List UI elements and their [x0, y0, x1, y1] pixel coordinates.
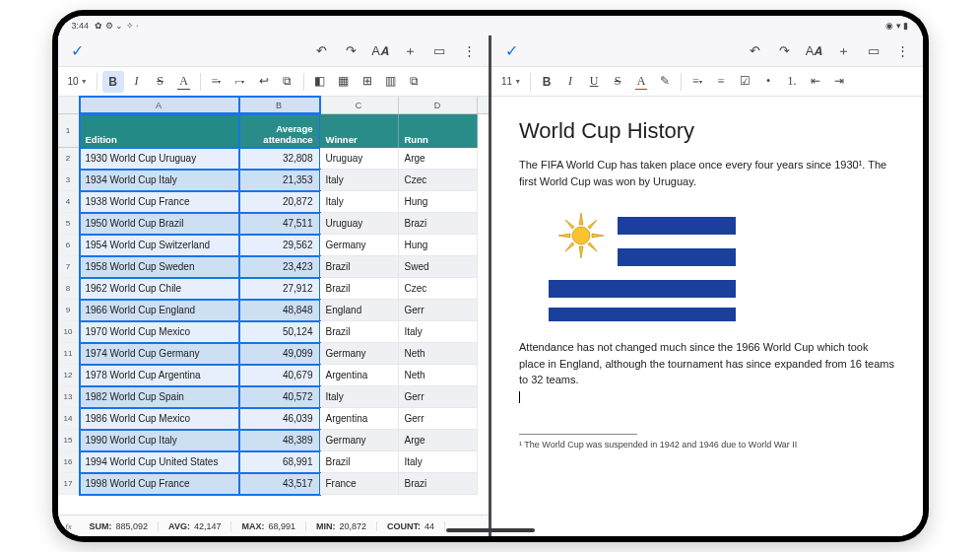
cell-edition[interactable]: 1982 World Cup Spain [80, 386, 239, 408]
numbers-button[interactable]: 1. [781, 71, 803, 93]
document-body[interactable]: World Cup History The FIFA World Cup has… [491, 97, 923, 536]
cell-winner[interactable]: Germany [320, 343, 399, 365]
strike-button[interactable]: S [150, 71, 171, 93]
align-button[interactable]: ≡▾ [686, 71, 708, 93]
select-all-corner[interactable] [58, 97, 80, 113]
font-size-select[interactable]: 11▼ [497, 76, 525, 87]
cell-attendance[interactable]: 50,124 [239, 321, 320, 343]
cell-winner[interactable]: Germany [320, 430, 399, 451]
valign-button[interactable]: ⌐▾ [229, 71, 251, 93]
table-row[interactable]: 131982 World Cup Spain40,572ItalyGerr [58, 386, 490, 408]
cell-winner[interactable]: Argentina [320, 408, 399, 430]
more-button[interactable]: ⋮ [459, 41, 479, 61]
cell-runner[interactable]: Gerr [399, 386, 478, 408]
cell-edition[interactable]: 1994 World Cup United States [80, 451, 239, 473]
checklist-button[interactable]: ☑ [734, 71, 755, 93]
col-D[interactable]: D [399, 97, 478, 113]
header-edition[interactable]: Edition [80, 114, 239, 148]
table-row[interactable]: 91966 World Cup England48,848EnglandGerr [58, 300, 490, 321]
font-button[interactable]: A𝘼 [805, 41, 824, 61]
undo-button[interactable]: ↶ [311, 41, 331, 61]
indent-decrease-button[interactable]: ⇤ [805, 71, 826, 93]
cell-edition[interactable]: 1974 World Cup Germany [80, 343, 239, 365]
highlight-button[interactable]: ✎ [654, 71, 676, 93]
cell-edition[interactable]: 1962 World Cup Chile [80, 278, 239, 300]
table-row[interactable]: 161994 World Cup United States68,991Braz… [58, 451, 490, 473]
table-row[interactable]: 111974 World Cup Germany49,099GermanyNet… [58, 343, 490, 365]
wrap-button[interactable]: ↩ [253, 71, 275, 93]
cell-attendance[interactable]: 43,517 [239, 473, 320, 495]
cell-attendance[interactable]: 49,099 [239, 343, 320, 365]
table-row[interactable]: 151990 World Cup Italy48,389GermanyArge [58, 430, 490, 451]
cell-attendance[interactable]: 48,389 [239, 430, 320, 451]
cell-winner[interactable]: Italy [320, 191, 399, 213]
line-height-button[interactable]: ≡ [710, 71, 732, 93]
col-B[interactable]: B [239, 97, 320, 113]
redo-button[interactable]: ↷ [775, 41, 795, 61]
cell-attendance[interactable]: 40,572 [239, 386, 320, 408]
cell-attendance[interactable]: 27,912 [239, 278, 320, 300]
cell-runner[interactable]: Arge [399, 430, 478, 451]
cell-edition[interactable]: 1958 World Cup Sweden [80, 256, 239, 278]
table-row[interactable]: 61954 World Cup Switzerland29,562Germany… [58, 235, 490, 256]
header-runner[interactable]: Runn [399, 114, 478, 148]
table-row[interactable]: 121978 World Cup Argentina40,679Argentin… [58, 365, 490, 386]
cell-edition[interactable]: 1950 World Cup Brazil [80, 213, 239, 235]
cell-winner[interactable]: Italy [320, 170, 399, 191]
cell-runner[interactable]: Brazi [399, 473, 478, 495]
text-color-button[interactable]: A [173, 71, 195, 93]
accept-icon[interactable]: ✓ [68, 41, 88, 61]
cell-attendance[interactable]: 29,562 [239, 235, 320, 256]
borders-button[interactable]: ▦ [333, 71, 355, 93]
cell-winner[interactable]: Uruguay [320, 213, 399, 235]
cell-winner[interactable]: Brazil [320, 278, 399, 300]
table-row[interactable]: 31934 World Cup Italy21,353ItalyCzec [58, 170, 490, 191]
cell-attendance[interactable]: 21,353 [239, 170, 320, 191]
cell-winner[interactable]: Uruguay [320, 148, 399, 170]
bullets-button[interactable]: • [757, 71, 779, 93]
cell-edition[interactable]: 1966 World Cup England [80, 300, 239, 321]
cell-runner[interactable]: Gerr [399, 300, 478, 321]
halign-button[interactable]: ≡▾ [206, 71, 228, 93]
bold-button[interactable]: B [102, 71, 124, 93]
cell-edition[interactable]: 1934 World Cup Italy [80, 170, 239, 191]
cell-runner[interactable]: Hung [399, 191, 478, 213]
cell-winner[interactable]: Brazil [320, 256, 399, 278]
table-row[interactable]: 51950 World Cup Brazil47,511UruguayBrazi [58, 213, 490, 235]
cell-attendance[interactable]: 47,511 [239, 213, 320, 235]
underline-button[interactable]: U [583, 71, 605, 93]
cell-runner[interactable]: Italy [399, 451, 478, 473]
cell-winner[interactable]: France [320, 473, 399, 495]
cell-edition[interactable]: 1978 World Cup Argentina [80, 365, 239, 386]
cell-attendance[interactable]: 48,848 [239, 300, 320, 321]
cell-runner[interactable]: Neth [399, 365, 478, 386]
table-row[interactable]: 71958 World Cup Sweden23,423BrazilSwed [58, 256, 490, 278]
cell-attendance[interactable]: 46,039 [239, 408, 320, 430]
cell-edition[interactable]: 1930 World Cup Uruguay [80, 148, 239, 170]
cell-winner[interactable]: Argentina [320, 365, 399, 386]
comment-button[interactable]: ▭ [864, 41, 883, 61]
indent-increase-button[interactable]: ⇥ [828, 71, 850, 93]
table-row[interactable]: 21930 World Cup Uruguay32,808UruguayArge [58, 148, 490, 170]
cell-edition[interactable]: 1998 World Cup France [80, 473, 239, 495]
comment-button[interactable]: ▭ [429, 41, 449, 61]
cell-edition[interactable]: 1938 World Cup France [80, 191, 239, 213]
cell-attendance[interactable]: 20,872 [239, 191, 320, 213]
cell-winner[interactable]: Germany [320, 235, 399, 256]
col-C[interactable]: C [320, 97, 399, 113]
add-button[interactable]: ＋ [400, 41, 420, 61]
strike-button[interactable]: S [607, 71, 628, 93]
cell-attendance[interactable]: 23,423 [239, 256, 320, 278]
cell-winner[interactable]: Brazil [320, 321, 399, 343]
table-row[interactable]: 81962 World Cup Chile27,912BrazilCzec [58, 278, 490, 300]
more-button[interactable]: ⋮ [893, 41, 913, 61]
font-size-select[interactable]: 10▼ [64, 76, 92, 87]
table-row[interactable]: 171998 World Cup France43,517FranceBrazi [58, 473, 490, 495]
table-row[interactable]: 101970 World Cup Mexico50,124BrazilItaly [58, 321, 490, 343]
cell-runner[interactable]: Swed [399, 256, 478, 278]
cell-runner[interactable]: Brazi [399, 213, 478, 235]
cell-winner[interactable]: Brazil [320, 451, 399, 473]
cell-runner[interactable]: Neth [399, 343, 478, 365]
undo-button[interactable]: ↶ [746, 41, 765, 61]
table-row[interactable]: 41938 World Cup France20,872ItalyHung [58, 191, 490, 213]
